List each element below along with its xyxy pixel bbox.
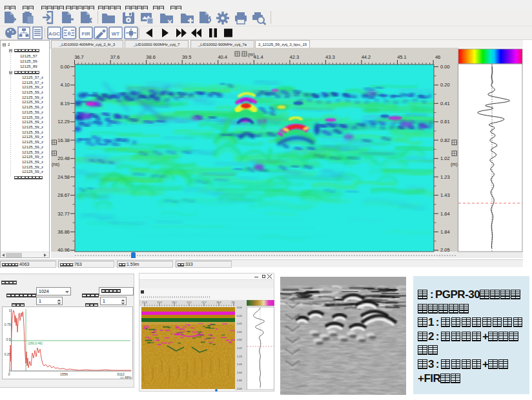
svg-text:41.4: 41.4 <box>254 54 263 60</box>
svg-text:1.02: 1.02 <box>440 155 450 161</box>
svg-text:1.84: 1.84 <box>440 229 450 235</box>
svg-text:(290,0.49): (290,0.49) <box>28 341 43 345</box>
svg-text:4.10: 4.10 <box>60 82 70 88</box>
svg-text:0.20: 0.20 <box>440 82 450 88</box>
svg-text:0.00: 0.00 <box>60 64 70 70</box>
svg-text:(ns): (ns) <box>52 162 59 167</box>
svg-text:θ: θ <box>68 30 71 37</box>
svg-text:AGC: AGC <box>48 31 60 37</box>
svg-text:20.48: 20.48 <box>57 155 70 161</box>
svg-text:42.3: 42.3 <box>290 54 300 60</box>
svg-text:(m): (m) <box>451 162 458 167</box>
svg-text:0: 0 <box>8 372 10 376</box>
svg-text:28.67: 28.67 <box>57 192 70 198</box>
svg-text:0.61: 0.61 <box>440 119 450 125</box>
svg-text:45.1: 45.1 <box>397 54 407 60</box>
svg-text:1.64: 1.64 <box>440 211 450 217</box>
svg-text:43.3: 43.3 <box>325 54 335 60</box>
svg-text:37.6: 37.6 <box>110 54 120 60</box>
svg-text:8.19: 8.19 <box>60 101 70 106</box>
svg-text:27.7: 27.7 <box>201 301 206 304</box>
svg-text:0.75: 0.75 <box>5 323 11 326</box>
svg-text:1.43: 1.43 <box>440 192 450 198</box>
svg-text:39.5: 39.5 <box>182 54 192 60</box>
svg-text:0.82: 0.82 <box>440 137 450 143</box>
svg-text:1.23: 1.23 <box>440 174 450 180</box>
svg-text:26.5: 26.5 <box>172 301 176 304</box>
svg-text:27.1: 27.1 <box>187 301 191 304</box>
svg-text:46: 46 <box>435 54 440 60</box>
svg-text:25.9: 25.9 <box>157 301 161 304</box>
svg-text:40.96: 40.96 <box>57 247 70 253</box>
svg-text:(m): (m) <box>248 52 255 57</box>
svg-text:44.2: 44.2 <box>362 54 371 60</box>
svg-text:40.4: 40.4 <box>218 54 227 60</box>
svg-text:28.3: 28.3 <box>216 301 221 304</box>
svg-text:1: 1 <box>9 308 11 312</box>
svg-text:1556: 1556 <box>60 372 68 376</box>
svg-text:16.38: 16.38 <box>57 137 70 143</box>
svg-text:FIR: FIR <box>82 31 90 37</box>
svg-text:2.05: 2.05 <box>440 247 450 253</box>
svg-text:32.77: 32.77 <box>57 211 70 217</box>
svg-text:36.7: 36.7 <box>74 54 84 60</box>
svg-text:25.3: 25.3 <box>142 301 147 304</box>
svg-text:0.00: 0.00 <box>440 64 450 70</box>
svg-text:12.29: 12.29 <box>57 119 70 125</box>
svg-text:36.86: 36.86 <box>57 229 70 235</box>
svg-text:38.6: 38.6 <box>146 54 156 60</box>
svg-text:0.41: 0.41 <box>440 101 450 106</box>
svg-text:24.58: 24.58 <box>57 174 70 180</box>
svg-text:□□ MHz: □□ MHz <box>120 375 132 379</box>
svg-text:WT: WT <box>112 31 120 37</box>
